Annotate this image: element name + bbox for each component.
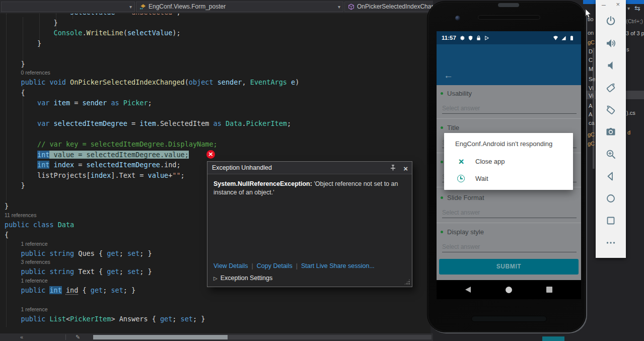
code-line: { [0, 88, 433, 98]
submit-button[interactable]: SUBMIT [439, 259, 579, 275]
android-overview-button[interactable] [546, 287, 552, 293]
class-icon [139, 4, 146, 10]
emulator-volume-down-button[interactable] [605, 59, 617, 72]
exception-message: System.NullReferenceException: 'Object r… [207, 174, 412, 202]
exception-settings-toggle[interactable]: ▷Exception Settings [213, 275, 272, 282]
picker-field[interactable]: UsabilitySelect answer [437, 85, 581, 119]
swap-icon[interactable]: ⇆ [634, 4, 640, 12]
emulator-volume-up-button[interactable] [605, 37, 617, 49]
editor-bottom-bar: « ✎ [0, 333, 433, 341]
exception-type: System.NullReferenceException: [213, 180, 312, 187]
input-underline [442, 113, 577, 114]
emulator-back-button[interactable] [605, 170, 617, 182]
emulator-power-button[interactable] [605, 15, 617, 27]
code-line: var item = sender as Picker; [0, 98, 433, 108]
text-fragment: (Ctrl+;) [626, 18, 643, 24]
chevron-down-icon: ▾ [129, 2, 132, 12]
code-line: } [0, 18, 433, 28]
field-label: Usability [441, 90, 472, 97]
codelens-references[interactable]: 1 reference [0, 306, 433, 314]
horizontal-scrollbar-track[interactable] [93, 335, 432, 339]
text-fragment: C [589, 57, 593, 63]
android-status-bar: 11:57 [437, 31, 581, 44]
divider: | [252, 262, 253, 269]
editor-navigation-bar: ▾ EngConf.Views.Form_poster ▾ OnPickerSe… [0, 0, 433, 14]
code-line: // var key = selectedItemDegree.DisplayN… [0, 139, 433, 150]
exception-error-icon[interactable]: × [206, 150, 215, 159]
anr-dialog-title: EngConf.Android isn't responding [455, 140, 552, 148]
code-line: selectValue = "unSelected"; [0, 14, 433, 18]
picker-field[interactable]: Display styleSelect answer [437, 224, 581, 257]
project-dropdown[interactable]: ▾ [1, 2, 135, 12]
text-fragment: d [627, 129, 630, 135]
text-fragment: on [588, 30, 594, 36]
type-dropdown[interactable]: EngConf.Views.Form_poster ▾ [136, 2, 343, 12]
chevrons-left-icon[interactable]: « [20, 333, 23, 341]
text-fragment: ).cs [626, 110, 635, 116]
android-back-button[interactable] [465, 287, 471, 293]
app-not-responding-dialog: EngConf.Android isn't responding ×Close … [444, 133, 573, 190]
field-placeholder: Select answer [442, 243, 480, 250]
text-fragment: D [589, 48, 593, 54]
required-dot-icon [441, 92, 443, 95]
emulator-rotate-left-button[interactable] [605, 82, 617, 94]
input-underline [442, 252, 577, 252]
horizontal-scrollbar-thumb[interactable] [93, 335, 228, 339]
codelens-references[interactable]: 0 references [0, 69, 433, 77]
close-icon: × [456, 157, 466, 167]
signal-icon [561, 35, 566, 41]
code-line: } [0, 59, 433, 70]
system-status-icons [553, 35, 577, 41]
gear-icon [460, 35, 465, 41]
method-icon [348, 4, 354, 10]
field-label: Title [441, 124, 459, 131]
lock-icon [476, 35, 481, 41]
pencil-icon[interactable]: ✎ [76, 333, 80, 341]
popup-title: Exception Unhandled [212, 164, 272, 171]
emulator-overview-button[interactable] [605, 215, 617, 227]
android-home-button[interactable] [506, 287, 512, 293]
app-back-arrow[interactable]: ← [444, 70, 453, 81]
field-label: Display style [441, 228, 484, 236]
text-fragment: Vi [589, 93, 594, 99]
emulator-more-button[interactable] [605, 237, 617, 249]
emulator-zoom-button[interactable] [605, 148, 617, 160]
exception-link[interactable]: Copy Details [257, 262, 293, 269]
pin-icon[interactable] [389, 164, 397, 172]
resize-grip[interactable] [404, 279, 410, 285]
type-dropdown-label: EngConf.Views.Form_poster [149, 3, 226, 10]
code-line: int value = selectedItemDegree.value; [0, 150, 433, 160]
exception-link[interactable]: Start Live Share session... [301, 262, 375, 269]
code-line [0, 129, 433, 140]
play-icon [484, 35, 489, 41]
battery-icon [569, 35, 575, 41]
emulator-camera-button[interactable] [605, 126, 617, 138]
visual-studio-window: ▾ ⇆ tioongCDCMSeViViAAcagCgC(Ctrl+;)3 of… [0, 0, 644, 341]
divider [65, 334, 66, 340]
minimize-button[interactable]: – [602, 1, 606, 9]
bottom-speaker [471, 316, 547, 322]
emulator-home-button[interactable] [605, 192, 617, 204]
phone-screen: 11:57 ← UsabilitySelect answerTitleSelec… [437, 31, 581, 299]
code-line: public List<PickerItem> Answers { get; s… [0, 314, 433, 324]
field-placeholder: Select answer [442, 209, 480, 216]
text-fragment: 3 of 3 p [626, 30, 644, 36]
required-dot-icon [441, 161, 443, 163]
text-fragment: gC [588, 131, 595, 138]
text-fragment: A [589, 103, 592, 109]
exception-link[interactable]: View Details [213, 262, 248, 269]
code-line: Console.WriteLine(selectValue); [0, 28, 433, 38]
anr-action-wait[interactable]: Wait [444, 170, 573, 187]
bezel-notch [498, 3, 519, 7]
picker-field[interactable]: Slide FormatSelect answer [437, 189, 581, 223]
close-button[interactable]: × [616, 1, 620, 8]
emulator-rotate-right-button[interactable] [605, 104, 617, 116]
anr-action-label: Close app [475, 158, 505, 165]
clock-icon [456, 174, 466, 184]
popup-title-bar[interactable]: Exception Unhandled × [207, 162, 412, 174]
close-icon[interactable]: × [403, 163, 408, 175]
anr-action-close-app[interactable]: ×Close app [444, 153, 573, 170]
exception-links: View Details|Copy Details|Start Live Sha… [213, 262, 375, 269]
text-fragment: gC [588, 141, 595, 147]
member-dropdown[interactable]: OnPickerSelectedIndexChan [344, 2, 433, 12]
